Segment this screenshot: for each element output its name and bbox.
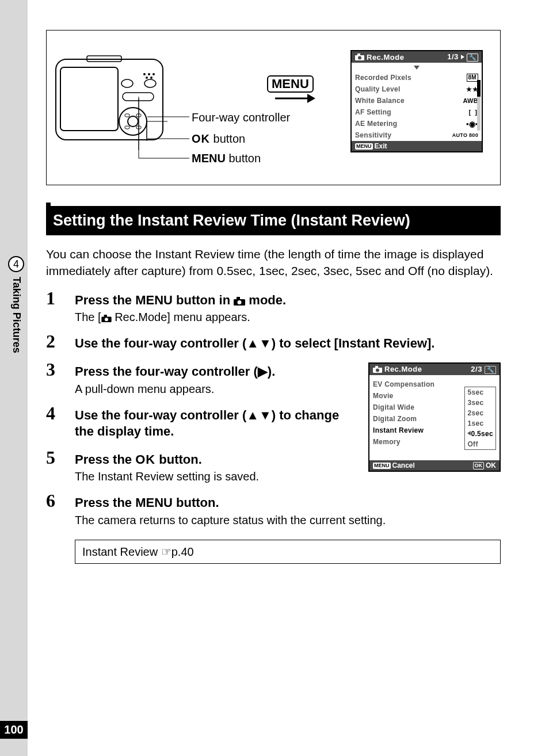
step-5: 5 Press the OK button. The Instant Revie… [46, 447, 360, 490]
svg-rect-37 [375, 366, 378, 368]
step-number: 5 [46, 447, 75, 468]
lcd2-footer-ok: OK [486, 461, 496, 469]
menu-button-icon: MENU [267, 75, 314, 93]
chapter-title-vertical: Taking Pictures [10, 277, 22, 353]
step-6-sub: The camera returns to capture status wit… [75, 514, 501, 527]
dropdown-option: 5sec [467, 387, 493, 398]
lcd2-row: Digital Zoom [373, 415, 417, 423]
step-3: 3 Press the four-way controller (▶). A p… [46, 359, 360, 402]
lcd2-body: EV Compensation Movie Digital Wide Digit… [369, 375, 500, 460]
lcd1-row-label: AE Metering [355, 120, 397, 128]
svg-point-29 [358, 56, 361, 60]
lcd1-titlebar: Rec.Mode 1/3 🔧 [352, 51, 482, 63]
dropdown-options: 5sec 3sec 2sec 1sec 0.5sec Off [464, 387, 496, 450]
ok-tag-icon: OK [473, 462, 485, 469]
lcd2-row: Digital Wide [373, 403, 414, 411]
dropdown-option: 1sec [467, 418, 493, 429]
svg-rect-28 [357, 54, 360, 56]
section-heading: Setting the Instant Review Time (Instant… [46, 206, 501, 235]
svg-rect-34 [104, 315, 106, 317]
lcd1-row-label: Sensitivity [355, 131, 391, 139]
step-3-title: Press the four-way controller (▶). [75, 364, 360, 380]
arrow-right-icon [275, 93, 315, 104]
lcd1-title: Rec.Mode [367, 53, 404, 62]
page-number: 100 [0, 721, 28, 739]
chapter-number-badge: 4 [8, 256, 24, 272]
svg-point-38 [376, 368, 379, 372]
lcd-screen-recmode-1: Rec.Mode 1/3 🔧 Recorded Pixels8M Quality… [350, 50, 483, 152]
lcd1-row-label: White Balance [355, 97, 405, 105]
label-ok-button: OK button [192, 132, 245, 146]
step-number: 6 [46, 490, 75, 511]
lcd1-row-label: Recorded Pixels [355, 74, 411, 82]
lcd2-title: Rec.Mode [384, 365, 422, 373]
menu-suffix: button [228, 152, 261, 165]
step-1: 1 Press the MENU button in mode. The [ R… [46, 288, 501, 330]
intro-paragraph: You can choose the Instant Review time (… [46, 246, 501, 280]
lcd-screen-recmode-2: Rec.Mode 2/3 🔧 EV Compensation Movie Dig… [368, 362, 501, 472]
dropdown-option: Off [467, 439, 493, 449]
menu-tag-icon: MENU [355, 143, 373, 150]
dropdown-option: 3sec [467, 398, 493, 408]
ok-text: OK [192, 132, 210, 145]
camera-icon [355, 54, 364, 60]
camera-icon [101, 315, 112, 322]
lcd2-page: 2/3 [471, 365, 482, 373]
label-menu-button: MENU button [192, 152, 261, 165]
step-number: 4 [46, 403, 75, 424]
step-6: 6 Press the MENU button. The camera retu… [46, 490, 501, 533]
svg-point-32 [238, 300, 242, 304]
label-fourway: Four-way controller [192, 111, 290, 124]
lcd1-footer: MENUExit [352, 141, 482, 151]
left-margin-strip [0, 0, 28, 756]
step-number: 2 [46, 331, 75, 352]
reference-box: Instant Review ☞p.40 [75, 540, 501, 564]
lcd1-page: 1/3 [447, 52, 459, 61]
lcd2-footer-cancel: Cancel [392, 461, 415, 469]
step-6-title: Press the MENU button. [75, 495, 501, 511]
lcd1-row-label: AF Setting [355, 108, 391, 116]
dropdown-option-selected: 0.5sec [467, 429, 493, 439]
svg-rect-31 [237, 297, 240, 300]
camera-icon [234, 297, 245, 306]
step-2-title: Use the four-way controller (▲▼) to sele… [75, 335, 501, 352]
leader-lines [47, 30, 334, 186]
lcd2-row: Memory [373, 438, 401, 446]
step-4: 4 Use the four-way controller (▲▼) to ch… [46, 403, 360, 446]
lcd2-footer: MENUCancel OKOK [369, 460, 500, 471]
step-4-title: Use the four-way controller (▲▼) to chan… [75, 407, 345, 440]
lcd2-row: Movie [373, 392, 394, 400]
step-5-title: Press the OK button. [75, 452, 360, 468]
step-1-sub: The [ Rec.Mode] menu appears. [75, 311, 501, 324]
lcd2-row-selected: Instant Review [373, 426, 424, 434]
menu-button-graphic: MENU [267, 75, 314, 93]
triangle-right-icon [461, 55, 464, 59]
lcd1-row-val: AUTO 800 [452, 132, 478, 138]
svg-marker-26 [307, 94, 315, 103]
step-1-title: Press the MENU button in mode. [75, 292, 501, 309]
controls-diagram-box: MENU Four-way controller OK button MENU … [46, 30, 501, 185]
lcd1-row-val: 8M [467, 74, 479, 82]
step-5-sub: The Instant Review setting is saved. [75, 470, 360, 483]
step-3-sub: A pull-down menu appears. [75, 383, 360, 396]
lcd1-row-val: AWB [463, 97, 478, 104]
menu-tag-icon: MENU [373, 463, 391, 469]
scrollbar [477, 80, 481, 131]
lcd1-body: Recorded Pixels8M Quality Level★★ White … [352, 68, 482, 142]
wrench-tab-icon: 🔧 [467, 54, 478, 62]
lcd2-titlebar: Rec.Mode 2/3 🔧 [369, 364, 500, 375]
wrench-tab-icon: 🔧 [485, 366, 496, 374]
step-2: 2 Use the four-way controller (▲▼) to se… [46, 331, 501, 358]
lcd1-row-label: Quality Level [355, 85, 401, 93]
lcd1-footer-exit: Exit [375, 142, 387, 150]
lcd1-row-val: ★★ [466, 86, 478, 93]
svg-point-35 [105, 318, 108, 322]
step-number: 3 [46, 359, 75, 380]
lcd2-row: EV Compensation [373, 380, 434, 388]
camera-icon [373, 366, 382, 373]
chapter-tab: 4 Taking Pictures [8, 256, 24, 353]
menu-text: MENU [192, 152, 226, 165]
ok-suffix: button [214, 132, 246, 145]
dropdown-option: 2sec [467, 408, 493, 418]
step-number: 1 [46, 288, 75, 309]
